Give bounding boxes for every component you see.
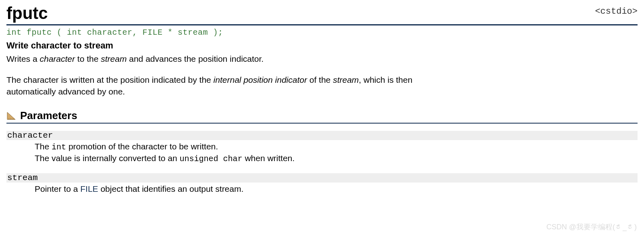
- italic-term: stream: [101, 54, 127, 63]
- ruler-icon: [6, 111, 16, 120]
- header-file[interactable]: <cstdio>: [595, 6, 638, 17]
- page-header: fputc <cstdio>: [6, 5, 638, 25]
- parameters-list: character The int promotion of the chara…: [6, 131, 638, 195]
- param-desc-character: The int promotion of the character to be…: [35, 141, 518, 164]
- description-paragraph-1: Writes a character to the stream and adv…: [6, 53, 462, 65]
- text: and advances the position indicator.: [127, 54, 264, 63]
- text: promotion of the character to be written…: [66, 142, 218, 151]
- param-desc-stream: Pointer to a FILE object that identifies…: [35, 183, 518, 195]
- param-name-stream: stream: [6, 173, 638, 183]
- description-paragraph-2: The character is written at the position…: [6, 74, 462, 97]
- svg-marker-0: [7, 112, 15, 120]
- function-name: fputc: [6, 5, 48, 24]
- brief-description: Write character to stream: [6, 40, 638, 51]
- code-inline: int: [52, 143, 66, 152]
- code-inline: unsigned char: [180, 154, 243, 164]
- text: when written.: [243, 153, 295, 163]
- text: object that identifies an output stream.: [98, 184, 244, 193]
- param-name-character: character: [6, 131, 638, 140]
- italic-term: stream: [333, 75, 359, 84]
- parameters-section-header: Parameters: [6, 109, 638, 124]
- italic-term: character: [39, 54, 75, 63]
- text: to the: [75, 54, 101, 63]
- function-signature: int fputc ( int character, FILE * stream…: [6, 28, 638, 37]
- text: The character is written at the position…: [6, 75, 214, 84]
- text: of the: [307, 75, 333, 84]
- section-title: Parameters: [20, 109, 77, 122]
- text: The value is internally converted to an: [35, 153, 180, 163]
- text: Writes a: [6, 54, 39, 63]
- text: Pointer to a: [35, 184, 80, 193]
- italic-term: internal position indicator: [214, 75, 307, 84]
- text: The: [35, 142, 52, 151]
- file-type-link[interactable]: FILE: [80, 184, 98, 193]
